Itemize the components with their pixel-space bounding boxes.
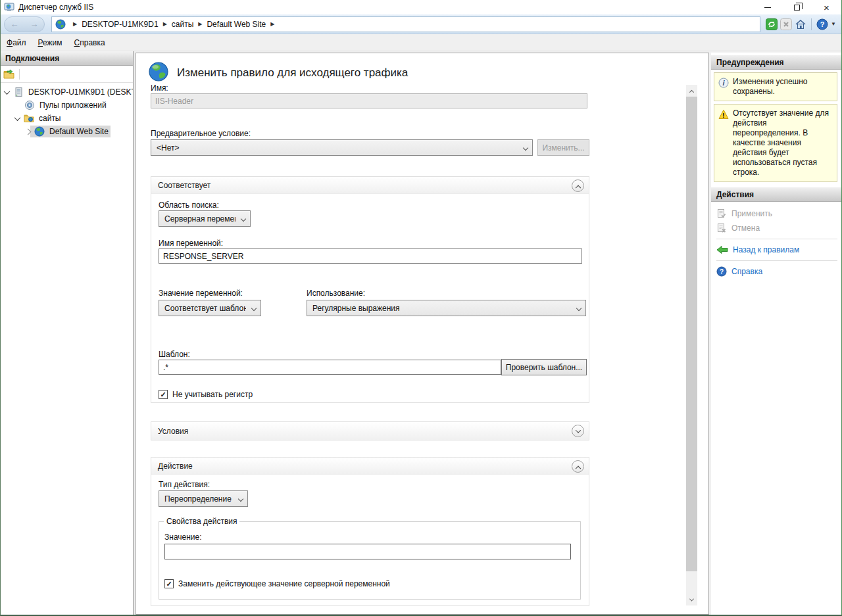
action-properties-legend: Свойства действия [164,517,239,526]
stop-icon[interactable] [780,18,792,30]
connections-panel: Подключения DESKTOP-U1MK9D1 (DESKTO [1,51,134,615]
variable-name-input[interactable] [159,249,582,264]
scroll-up-button[interactable] [686,85,697,96]
minimize-button[interactable] [753,0,782,14]
chevron-down-icon [575,427,580,433]
cancel-icon [716,223,727,233]
help-icon: ? [716,266,727,277]
tree-item-server[interactable]: DESKTOP-U1MK9D1 (DESKTO [1,85,133,99]
server-icon [13,87,24,97]
chevron-down-icon [251,306,257,311]
back-button[interactable]: ← [11,20,19,28]
precondition-select[interactable]: <Нет> [151,139,533,156]
forward-button[interactable]: → [30,20,39,28]
scope-value: Серверная переменн [164,214,235,224]
scrollbar-thumb[interactable] [686,97,697,571]
ignore-case-checkrow: Не учитывать регистр [159,390,253,399]
tree-item-label: сайты [37,112,63,124]
edit-precondition-button[interactable]: Изменить... [537,139,589,156]
navigation-buttons: ← → [4,16,45,32]
minimize-icon [764,7,771,8]
breadcrumb-default-web-site[interactable]: Default Web Site [207,20,266,29]
title-bar: Диспетчер служб IIS × [1,0,841,14]
match-section-header[interactable]: Соответствует [151,177,589,194]
back-to-rules-label: Назад к правилам [733,245,799,254]
ignore-case-checkbox[interactable] [159,390,168,399]
main-scrollbar[interactable] [686,85,697,605]
help-icon[interactable]: ? [816,18,828,30]
apply-action[interactable]: Применить [716,207,839,220]
refresh-icon[interactable] [766,18,778,30]
actions-separator [716,260,837,261]
tree-item-label: Default Web Site [47,126,111,137]
home-icon[interactable] [795,18,806,30]
tree-item-app-pools[interactable]: Пулы приложений [1,99,133,112]
sites-folder-icon [24,113,34,124]
breadcrumb-arrow-icon[interactable]: ▶ [73,21,77,27]
variable-value-value: Соответствует шаблону [164,304,246,313]
toolbar-separator [19,69,20,80]
breadcrumb-arrow-icon[interactable]: ▶ [163,21,167,27]
menu-bar: Файл Режим Справка [1,34,841,51]
collapse-section-button[interactable] [572,179,584,192]
cancel-action[interactable]: Отмена [716,222,839,235]
scope-select[interactable]: Серверная переменн [159,210,251,227]
scroll-down-button[interactable] [686,594,697,605]
menu-file[interactable]: Файл [1,36,32,50]
expand-section-button[interactable] [572,425,584,437]
test-pattern-button[interactable]: Проверить шаблон... [501,359,587,375]
chevron-down-icon[interactable] [14,114,21,121]
tree-item-default-web-site[interactable]: Default Web Site [1,125,133,138]
pattern-label: Шаблон: [159,350,190,359]
breadcrumb-arrow-icon[interactable]: ▶ [270,21,274,27]
collapse-section-button[interactable] [572,460,584,473]
address-toolbar: ? ▼ [766,18,836,30]
connections-tree: DESKTOP-U1MK9D1 (DESKTO Пулы приложений … [1,83,133,138]
chevron-down-icon [523,145,528,151]
conditions-section-title: Условия [158,427,188,436]
close-button[interactable]: × [812,0,841,14]
name-label: Имя: [151,83,168,93]
action-type-select[interactable]: Переопределение [159,490,248,507]
menu-help[interactable]: Справка [68,36,111,50]
action-section-title: Действие [158,462,193,471]
variable-value-label: Значение переменной: [159,289,243,298]
actions-separator [716,239,837,239]
right-panel: Предупреждения i Изменения успешно сохра… [711,53,841,615]
info-icon: i [718,78,729,88]
help-dropdown-caret-icon[interactable]: ▼ [831,21,836,27]
chevron-down-icon [689,597,694,602]
breadcrumb-arrow-icon[interactable]: ▶ [198,21,202,27]
breadcrumb-sites[interactable]: сайты [172,20,194,29]
match-section: Соответствует Область поиска: Серверная … [151,176,589,403]
tree-item-label: Пулы приложений [37,99,109,111]
breadcrumb[interactable]: ▶ DESKTOP-U1MK9D1 ▶ сайты ▶ Default Web … [51,16,760,32]
help-label: Справка [731,267,762,276]
save-connection-icon[interactable] [3,69,15,80]
using-select[interactable]: Регулярные выражения [307,300,586,316]
chevron-up-icon [689,90,694,95]
variable-value-select[interactable]: Соответствует шаблону [159,300,261,316]
precondition-label: Предварительное условие: [151,129,251,138]
restore-button[interactable] [782,0,812,14]
tree-item-sites[interactable]: сайты [1,112,133,125]
actions-header: Действия [711,187,841,202]
chevron-down-icon[interactable] [4,88,11,95]
selected-tree-item[interactable]: Default Web Site [30,126,111,137]
svg-text:?: ? [720,268,724,275]
replace-value-checkbox[interactable] [164,579,174,588]
page-title: Изменить правило для исходящего трафика [177,66,408,80]
menu-view[interactable]: Режим [32,36,68,50]
pattern-input[interactable] [159,360,501,375]
breadcrumb-server[interactable]: DESKTOP-U1MK9D1 [82,20,158,29]
help-link[interactable]: ? Справка [716,265,839,278]
conditions-section-header[interactable]: Условия [151,422,589,440]
scope-label: Область поиска: [159,201,219,210]
name-input[interactable] [151,93,587,108]
edit-outbound-rule-form: Изменить правило для исходящего трафика … [136,53,709,615]
address-bar: ← → ▶ DESKTOP-U1MK9D1 ▶ сайты ▶ Default … [1,14,841,34]
value-input[interactable] [164,544,571,559]
back-to-rules-link[interactable]: Назад к правилам [716,243,839,256]
action-section-header[interactable]: Действие [151,458,589,475]
back-arrow-icon [716,245,728,254]
